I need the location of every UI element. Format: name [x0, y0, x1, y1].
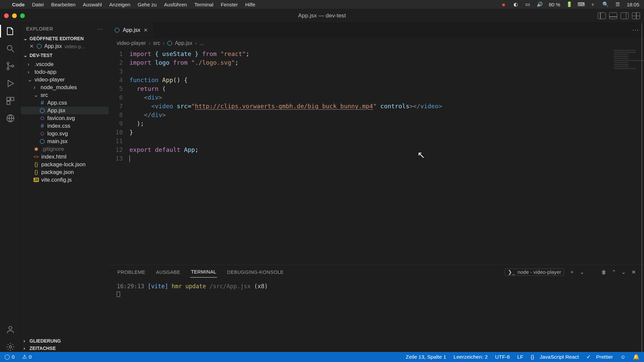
tray-display-icon[interactable]: ▭	[525, 1, 531, 7]
panel-tab-problems[interactable]: PROBLEME	[117, 267, 146, 278]
panel-tab-debug-console[interactable]: DEBUGGING-KONSOLE	[226, 267, 284, 278]
chevron-up-icon[interactable]: ⌃	[612, 269, 616, 275]
tree-file-main-jsx[interactable]: main.jsx	[21, 137, 109, 145]
open-editor-item[interactable]: ✕ App.jsx video-p...	[21, 42, 109, 50]
panel-tab-output[interactable]: AUSGABE	[155, 267, 181, 278]
tree-file-logo-svg[interactable]: logo.svg	[21, 130, 109, 137]
editor-more-icon[interactable]: ···	[633, 27, 639, 34]
breadcrumb-segment[interactable]: src	[153, 40, 160, 46]
explorer-more-icon[interactable]: ···	[97, 26, 103, 32]
breadcrumb-segment[interactable]: ...	[200, 40, 204, 46]
tree-folder-vscode[interactable]: ›.vscode	[21, 60, 109, 68]
tree-folder-video-player[interactable]: ⌄video-player	[21, 76, 109, 83]
window-close-button[interactable]	[4, 13, 9, 18]
menu-goto[interactable]: Gehe zu	[138, 2, 157, 7]
outline-header[interactable]: › GLIEDERUNG	[21, 337, 109, 345]
json-file-icon: {}	[34, 169, 39, 175]
chevron-down-icon[interactable]: ⌄	[622, 269, 626, 275]
menu-terminal[interactable]: Terminal	[194, 2, 213, 7]
tree-file-pkg-lock[interactable]: {}package-lock.json	[21, 161, 109, 168]
tree-file-favicon[interactable]: favicon.svg	[21, 114, 109, 122]
new-terminal-icon[interactable]: ＋	[570, 269, 575, 275]
tray-battery-icon[interactable]: 🔋	[566, 1, 572, 7]
trash-icon[interactable]: 🗑	[601, 269, 606, 275]
toggle-panel-icon[interactable]	[609, 12, 617, 19]
activity-run-debug-icon[interactable]	[5, 78, 15, 88]
activity-source-control-icon[interactable]	[5, 61, 15, 71]
menu-file[interactable]: Datei	[32, 2, 44, 7]
menu-app-name[interactable]: Code	[12, 2, 25, 7]
activity-extensions-icon[interactable]	[5, 96, 15, 106]
split-terminal-icon[interactable]	[590, 269, 596, 275]
open-editors-header[interactable]: ⌄ GEÖFFNETE EDITOREN	[21, 35, 109, 42]
tree-file-app-jsx[interactable]: App.jsx	[21, 107, 109, 114]
tree-folder-node-modules[interactable]: ›node_modules	[21, 83, 109, 91]
timeline-header[interactable]: › ZEITACHSE	[21, 345, 109, 352]
menu-selection[interactable]: Auswahl	[83, 2, 102, 7]
tray-app-icon[interactable]: ◐	[513, 1, 519, 7]
tray-controlcenter-icon[interactable]: ☰	[614, 1, 621, 7]
panel-tab-terminal[interactable]: TERMINAL	[190, 266, 217, 278]
project-header[interactable]: ⌄ DEV-TEST	[21, 52, 109, 59]
activity-search-icon[interactable]	[5, 44, 15, 54]
file-tab[interactable]: App.jsx ✕	[109, 23, 154, 37]
line-number: 12	[109, 145, 123, 154]
code-editor[interactable]: 1 2 3 4 5 6 7 8 9 10 11 12 13 import { u…	[109, 49, 644, 265]
tree-file-index-html[interactable]: <>index.html	[21, 153, 109, 161]
activity-settings-icon[interactable]	[5, 342, 15, 352]
status-indentation[interactable]: Leerzeichen: 2	[453, 354, 488, 360]
status-feedback-icon[interactable]: ☺	[620, 354, 626, 360]
tree-folder-todo-app[interactable]: ›todo-app	[21, 68, 109, 76]
menu-view[interactable]: Anzeigen	[109, 2, 130, 7]
tree-label: vite.config.js	[41, 177, 72, 183]
close-panel-icon[interactable]: ✕	[632, 269, 636, 275]
status-eol[interactable]: LF	[517, 354, 523, 360]
status-prettier[interactable]: ✓ Prettier	[586, 354, 613, 360]
terminal-selector[interactable]: ❯_ node - video-player	[505, 268, 565, 276]
status-cursor-position[interactable]: Zeile 13, Spalte 1	[406, 354, 446, 360]
tray-keyboard-icon[interactable]: ⌨	[578, 1, 584, 7]
tree-folder-src[interactable]: ⌄src	[21, 91, 109, 99]
window-minimize-button[interactable]	[12, 13, 17, 18]
minimap[interactable]	[607, 49, 644, 126]
tray-battery-percent[interactable]: 80 %	[549, 2, 560, 7]
customize-layout-icon[interactable]	[632, 12, 640, 19]
tree-file-gitignore[interactable]: .gitignore	[21, 145, 109, 153]
status-bell-icon[interactable]: 🔔	[633, 354, 639, 360]
activity-cloud-icon[interactable]	[5, 113, 15, 123]
menu-run[interactable]: Ausführen	[164, 2, 187, 7]
tray-record-icon[interactable]: ■	[500, 2, 506, 7]
breadcrumb[interactable]: video-player › src › App.jsx › ...	[109, 38, 644, 49]
close-icon[interactable]: ✕	[30, 43, 34, 49]
status-errors[interactable]: 0	[5, 354, 15, 360]
breadcrumb-segment[interactable]: video-player	[117, 40, 146, 46]
menu-edit[interactable]: Bearbeiten	[51, 2, 76, 7]
terminal-output[interactable]: 16:29:13 [vite] hmr update /src/App.jsx …	[109, 279, 644, 352]
tree-file-vite-config[interactable]: JSvite.config.js	[21, 176, 109, 184]
status-bar: 0 ⚠0 Zeile 13, Spalte 1 Leerzeichen: 2 U…	[0, 352, 644, 362]
code-content[interactable]: import { useState } from "react"; import…	[129, 49, 644, 265]
close-icon[interactable]: ✕	[144, 27, 148, 33]
status-language-mode[interactable]: {} JavaScript React	[531, 354, 579, 360]
window-fullscreen-button[interactable]	[20, 13, 25, 18]
breadcrumb-segment[interactable]: App.jsx	[175, 40, 192, 46]
toggle-sidebar-icon[interactable]	[598, 12, 606, 19]
tray-wifi-icon[interactable]: ᯤ	[590, 2, 596, 7]
status-encoding[interactable]: UTF-8	[495, 354, 510, 360]
tree-file-app-css[interactable]: #App.css	[21, 99, 109, 107]
status-warnings[interactable]: ⚠0	[22, 354, 32, 360]
tray-sound-icon[interactable]: 🔊	[537, 1, 543, 7]
tray-spotlight-icon[interactable]: 🔍	[602, 1, 608, 7]
menu-window[interactable]: Fenster	[221, 2, 238, 7]
activity-account-icon[interactable]	[5, 324, 15, 335]
tray-clock[interactable]: 18:05	[627, 2, 639, 7]
activity-explorer-icon[interactable]	[5, 26, 15, 36]
tree-file-pkg[interactable]: {}package.json	[21, 168, 109, 176]
toggle-secondary-sidebar-icon[interactable]	[621, 12, 629, 19]
terminal-source: [vite]	[148, 283, 168, 290]
menu-help[interactable]: Hilfe	[245, 2, 255, 7]
tree-file-index-css[interactable]: #index.css	[21, 122, 109, 130]
svg-point-0	[7, 46, 12, 50]
open-editor-filename: App.jsx	[44, 43, 62, 49]
chevron-down-icon[interactable]: ⌄	[580, 269, 584, 275]
